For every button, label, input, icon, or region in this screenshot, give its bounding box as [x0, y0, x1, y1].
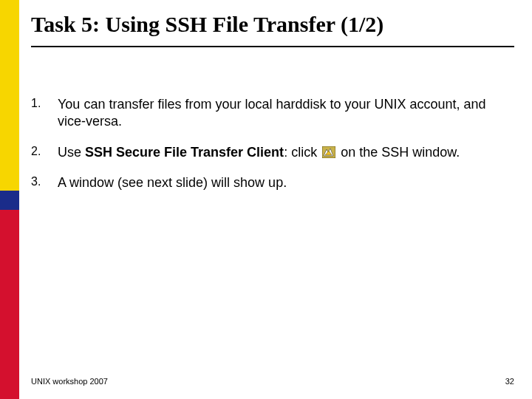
list-item: 1. You can transfer files from your loca…	[31, 96, 514, 131]
body-area: 1. You can transfer files from your loca…	[31, 96, 514, 205]
list-item: 2. Use SSH Secure File Transfer Client: …	[31, 144, 514, 161]
item-text: Use SSH Secure File Transfer Client: cli…	[58, 144, 514, 161]
item-text: A window (see next slide) will show up.	[58, 174, 514, 191]
text-segment: : click	[284, 145, 321, 160]
sidebar-stripe	[0, 0, 19, 399]
title-underline	[31, 46, 514, 47]
title-area: Task 5: Using SSH File Transfer (1/2)	[31, 10, 514, 47]
list-item: 3. A window (see next slide) will show u…	[31, 174, 514, 191]
text-segment: on the SSH window.	[337, 145, 460, 160]
item-number: 2.	[31, 144, 58, 161]
item-number: 3.	[31, 174, 58, 191]
footer-text: UNIX workshop 2007	[31, 377, 108, 386]
slide-title: Task 5: Using SSH File Transfer (1/2)	[31, 10, 514, 38]
slide: Task 5: Using SSH File Transfer (1/2) 1.…	[0, 0, 532, 399]
text-bold: SSH Secure File Transfer Client	[85, 145, 284, 160]
item-number: 1.	[31, 96, 58, 131]
item-text: You can transfer files from your local h…	[58, 96, 514, 131]
page-number: 32	[505, 377, 514, 386]
ssh-file-transfer-icon	[322, 146, 335, 157]
sidebar-red	[0, 210, 19, 399]
sidebar-blue	[0, 191, 19, 210]
text-segment: Use	[58, 145, 85, 160]
sidebar-yellow	[0, 0, 19, 191]
